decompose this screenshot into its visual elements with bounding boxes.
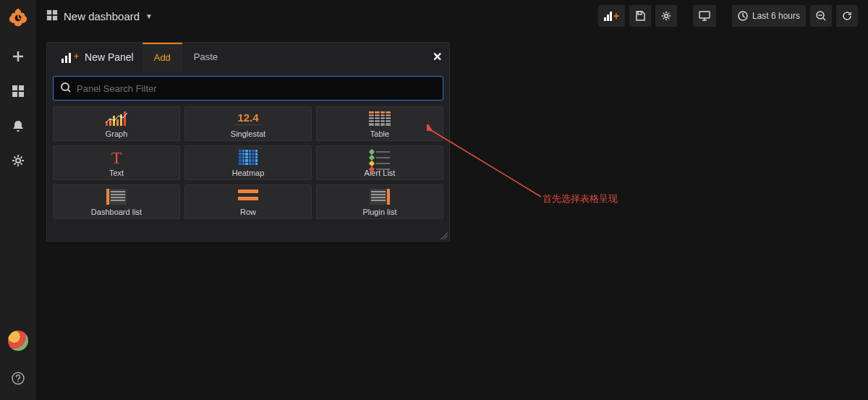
- search-icon: [61, 82, 71, 95]
- pluginlist-icon: [370, 188, 390, 205]
- refresh-button[interactable]: [836, 5, 858, 27]
- graph-icon: [106, 110, 127, 127]
- panel-tab-add[interactable]: Add: [142, 43, 182, 72]
- dashboards-icon: [46, 9, 58, 23]
- panel-tab-paste[interactable]: Paste: [182, 43, 229, 72]
- panel-search-wrap[interactable]: [53, 76, 443, 101]
- main-content: + New Panel Add Paste ✕: [36, 32, 868, 400]
- nav-alerting-icon[interactable]: [4, 111, 33, 140]
- zoom-out-icon: [816, 11, 826, 21]
- resize-handle[interactable]: [441, 232, 448, 239]
- svg-rect-10: [53, 15, 57, 20]
- svg-point-12: [665, 14, 668, 18]
- panel-editor-tabs: + New Panel Add Paste ✕: [47, 43, 449, 72]
- panel-type-grid: Graph 12.4 Singlestat: [47, 106, 449, 241]
- panel-search-input[interactable]: [77, 83, 435, 94]
- gear-icon: [661, 11, 671, 21]
- dashboardlist-icon: [106, 188, 127, 205]
- panel-type-table[interactable]: Table: [316, 106, 443, 141]
- add-panel-button[interactable]: +: [598, 5, 625, 27]
- grafana-logo-icon[interactable]: [7, 6, 30, 29]
- save-icon: [635, 11, 645, 21]
- panel-type-row[interactable]: Row: [184, 184, 312, 219]
- panel-type-singlestat[interactable]: 12.4 Singlestat: [184, 106, 312, 141]
- svg-rect-8: [53, 9, 57, 14]
- text-icon: T: [111, 149, 122, 166]
- nav-create-icon[interactable]: [4, 42, 33, 71]
- new-panel-title: + New Panel: [53, 51, 142, 63]
- panel-type-heatmap[interactable]: Heatmap: [184, 145, 312, 180]
- nav-config-icon[interactable]: [4, 146, 33, 175]
- save-dashboard-button[interactable]: [629, 5, 651, 27]
- user-avatar[interactable]: [8, 331, 28, 351]
- alertlist-icon: [370, 149, 390, 166]
- svg-point-5: [16, 158, 20, 163]
- row-icon: [238, 188, 258, 205]
- svg-point-16: [61, 83, 69, 90]
- new-panel-editor: + New Panel Add Paste ✕: [46, 42, 450, 242]
- table-icon: [369, 110, 391, 127]
- svg-rect-7: [47, 9, 51, 14]
- svg-rect-3: [12, 92, 17, 97]
- dashboard-title: New dashboard: [64, 10, 140, 22]
- time-range-label: Last 6 hours: [752, 11, 800, 21]
- svg-rect-1: [12, 85, 17, 90]
- panel-type-pluginlist[interactable]: Plugin list: [316, 184, 443, 219]
- dashboard-settings-button[interactable]: [655, 5, 677, 27]
- refresh-icon: [842, 11, 852, 21]
- chevron-down-icon: ▼: [145, 12, 153, 20]
- singlestat-icon: 12.4: [234, 110, 261, 127]
- nav-dashboards-icon[interactable]: [4, 77, 33, 106]
- svg-rect-11: [638, 12, 642, 14]
- svg-rect-13: [699, 12, 710, 18]
- svg-rect-2: [19, 85, 24, 90]
- top-bar: New dashboard ▼ + Last 6 hours: [36, 0, 868, 32]
- side-menu: [0, 0, 36, 400]
- nav-help-icon[interactable]: [4, 364, 33, 393]
- annotation-text: 首先选择表格呈现: [542, 192, 618, 205]
- close-panel-editor-button[interactable]: ✕: [433, 50, 442, 64]
- monitor-icon: [699, 11, 710, 21]
- dashboard-title-dropdown[interactable]: New dashboard ▼: [46, 9, 153, 23]
- heatmap-icon: [239, 149, 258, 166]
- panel-type-graph[interactable]: Graph: [53, 106, 180, 141]
- panel-type-text[interactable]: T Text: [53, 145, 180, 180]
- panel-type-alertlist[interactable]: Alert List: [316, 145, 443, 180]
- svg-rect-9: [47, 15, 51, 20]
- add-panel-icon: +: [61, 51, 79, 63]
- zoom-out-button[interactable]: [810, 5, 832, 27]
- clock-icon: [738, 11, 748, 21]
- panel-type-dashboardlist[interactable]: Dashboard list: [53, 184, 180, 219]
- svg-rect-4: [19, 92, 24, 97]
- annotation-overlay: 首先选择表格呈现: [427, 124, 658, 204]
- cycle-view-mode-button[interactable]: [693, 5, 716, 27]
- time-picker-button[interactable]: Last 6 hours: [732, 5, 806, 27]
